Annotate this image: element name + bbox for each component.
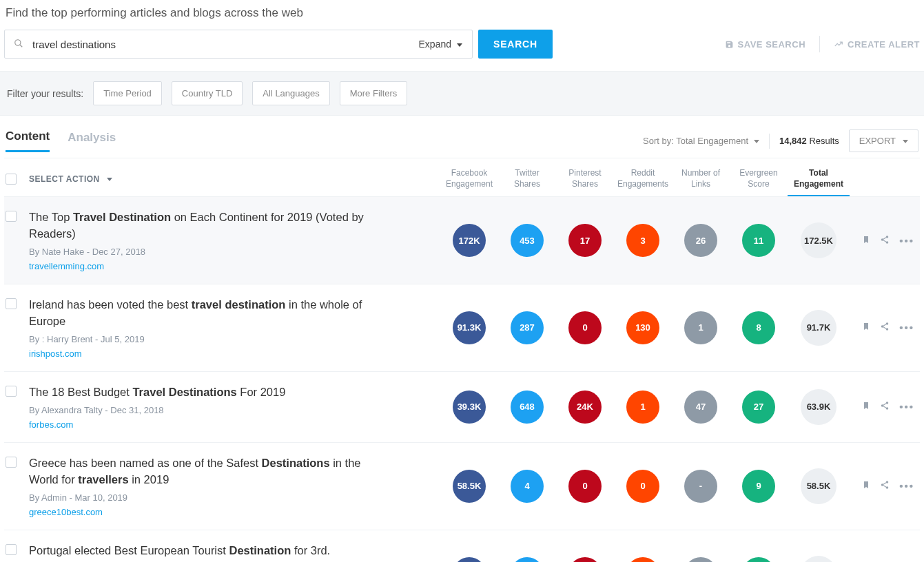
article-title[interactable]: The Top Travel Destination on Each Conti…: [29, 209, 373, 242]
total-bubble: 63.9K: [801, 389, 836, 425]
col-facebook[interactable]: FacebookEngagement: [440, 168, 498, 189]
article-domain[interactable]: forbes.com: [29, 419, 373, 430]
article-domain[interactable]: irishpost.com: [29, 348, 373, 359]
col-links[interactable]: Number ofLinks: [672, 168, 730, 189]
svg-point-8: [886, 402, 889, 404]
sort-by-button[interactable]: Sort by: Total Engagement: [643, 136, 759, 146]
tab-content[interactable]: Content: [6, 129, 50, 152]
article-title[interactable]: Ireland has been voted the best travel d…: [29, 297, 373, 330]
evergreen-bubble: 9: [742, 470, 775, 503]
total-bubble: 172.5K: [801, 222, 836, 258]
svg-point-10: [886, 408, 889, 410]
reddit-bubble: 1: [626, 391, 659, 424]
select-action-button[interactable]: SELECT ACTION: [29, 174, 112, 184]
search-icon: [5, 39, 32, 50]
more-icon[interactable]: •••: [899, 401, 914, 413]
bookmark-icon[interactable]: [862, 235, 870, 247]
total-bubble: 58.5K: [801, 468, 836, 504]
twitter-bubble: 4: [511, 470, 544, 503]
table-row: Greece has been named as one of the Safe…: [4, 443, 920, 530]
search-input[interactable]: [32, 30, 409, 58]
pinterest-bubble: 0: [568, 470, 602, 503]
svg-point-6: [881, 326, 884, 329]
article-byline: By Admin - Mar 10, 2019: [29, 492, 373, 503]
links-bubble: 26: [684, 224, 717, 257]
reddit-bubble: 0: [626, 470, 659, 503]
col-pinterest[interactable]: PinterestShares: [556, 168, 614, 189]
bookmark-icon[interactable]: [862, 401, 870, 413]
twitter-bubble: 287: [511, 311, 544, 344]
facebook-bubble: 48.8K: [453, 557, 486, 562]
links-bubble: 1: [684, 311, 717, 344]
table-row: Ireland has been voted the best travel d…: [4, 284, 920, 372]
col-total-engagement[interactable]: TotalEngagement: [788, 168, 850, 196]
filter-languages[interactable]: All Languages: [252, 81, 329, 105]
svg-point-0: [15, 39, 21, 45]
chevron-down-icon: [105, 174, 112, 184]
row-checkbox[interactable]: [6, 211, 17, 222]
expand-label: Expand: [419, 39, 451, 50]
expand-button[interactable]: Expand: [409, 30, 472, 58]
svg-point-5: [886, 323, 889, 326]
twitter-bubble: 453: [511, 224, 544, 257]
export-label: EXPORT: [859, 136, 896, 146]
evergreen-bubble: 27: [742, 391, 775, 424]
bookmark-icon[interactable]: [862, 322, 870, 333]
pinterest-bubble: 24K: [568, 391, 602, 424]
share-icon[interactable]: [880, 480, 890, 492]
reddit-bubble: 130: [626, 311, 659, 344]
row-checkbox[interactable]: [6, 457, 17, 468]
pinterest-bubble: 2: [568, 557, 602, 562]
article-byline: By : Harry Brent - Jul 5, 2019: [29, 334, 373, 344]
col-reddit[interactable]: RedditEngagements: [614, 168, 672, 189]
filter-country-tld[interactable]: Country TLD: [172, 81, 243, 105]
article-domain[interactable]: travellemming.com: [29, 261, 373, 271]
facebook-bubble: 172K: [453, 224, 486, 257]
table-header: SELECT ACTION FacebookEngagement Twitter…: [4, 158, 920, 197]
svg-line-1: [20, 44, 23, 47]
filter-time-period[interactable]: Time Period: [93, 81, 162, 105]
sort-label: Sort by: Total Engagement: [643, 136, 748, 146]
facebook-bubble: 39.3K: [453, 391, 486, 424]
evergreen-bubble: 11: [742, 224, 775, 257]
col-twitter[interactable]: TwitterShares: [498, 168, 556, 189]
table-row: The 18 Best Budget Travel Destinations F…: [4, 372, 920, 443]
svg-point-7: [886, 329, 889, 331]
article-byline: By Nate Hake - Dec 27, 2018: [29, 247, 373, 257]
bookmark-icon[interactable]: [862, 480, 870, 492]
save-search-button[interactable]: SAVE SEARCH: [725, 39, 805, 50]
article-domain[interactable]: greece10best.com: [29, 507, 373, 517]
filter-more[interactable]: More Filters: [340, 81, 408, 105]
more-icon[interactable]: •••: [899, 480, 914, 492]
article-title[interactable]: Greece has been named as one of the Safe…: [29, 455, 373, 488]
pinterest-bubble: 17: [568, 224, 602, 257]
create-alert-label: CREATE ALERT: [848, 39, 920, 50]
save-search-label: SAVE SEARCH: [738, 39, 805, 50]
total-bubble: 48.9K: [801, 556, 836, 562]
share-icon[interactable]: [880, 401, 890, 413]
evergreen-bubble: 8: [742, 311, 775, 344]
col-evergreen[interactable]: EvergreenScore: [730, 168, 788, 189]
article-byline: By Alexandra Talty - Dec 31, 2018: [29, 405, 373, 415]
evergreen-bubble: 4: [742, 557, 775, 562]
article-title[interactable]: Portugal elected Best European Tourist D…: [29, 543, 373, 562]
tab-analysis[interactable]: Analysis: [68, 131, 116, 152]
more-icon[interactable]: •••: [899, 322, 914, 333]
row-checkbox[interactable]: [6, 386, 17, 397]
more-icon[interactable]: •••: [899, 235, 914, 247]
svg-point-3: [881, 238, 884, 241]
links-bubble: 47: [684, 391, 717, 424]
results-count: 14,842 Results: [779, 136, 839, 146]
create-alert-button[interactable]: CREATE ALERT: [834, 39, 920, 50]
chevron-down-icon: [752, 136, 759, 146]
row-checkbox[interactable]: [6, 544, 17, 555]
twitter-bubble: 648: [511, 391, 544, 424]
svg-point-4: [886, 241, 889, 244]
article-title[interactable]: The 18 Best Budget Travel Destinations F…: [29, 384, 373, 401]
share-icon[interactable]: [880, 235, 890, 247]
select-all-checkbox[interactable]: [6, 174, 17, 185]
search-button[interactable]: SEARCH: [478, 30, 553, 59]
export-button[interactable]: EXPORT: [849, 129, 918, 152]
share-icon[interactable]: [880, 322, 890, 333]
row-checkbox[interactable]: [6, 298, 17, 309]
